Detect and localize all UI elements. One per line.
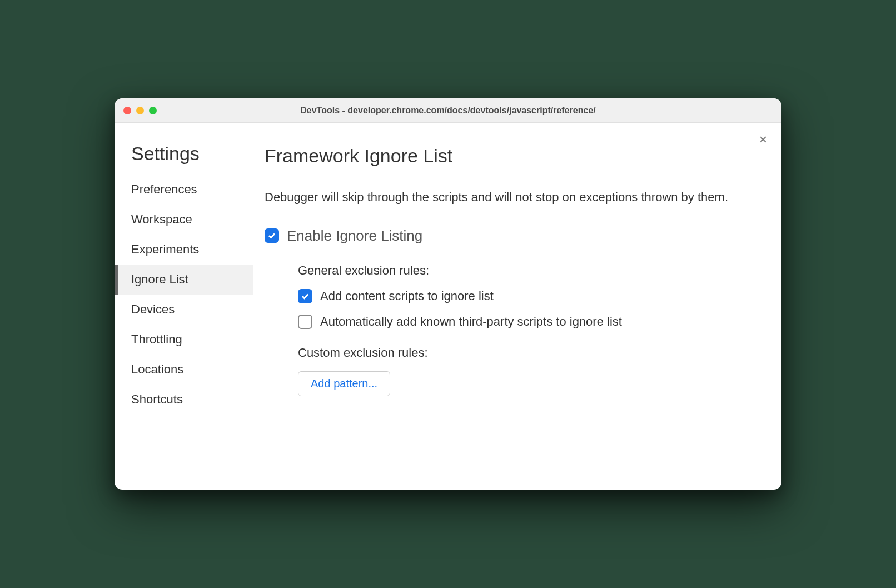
page-description: Debugger will skip through the scripts a… <box>265 188 748 206</box>
sidebar-item-label: Throttling <box>131 332 182 346</box>
content: × Settings Preferences Workspace Experim… <box>115 123 781 490</box>
sidebar-item-label: Shortcuts <box>131 392 183 406</box>
sidebar-item-label: Experiments <box>131 242 199 256</box>
content-scripts-checkbox[interactable] <box>298 289 312 303</box>
window-minimize-button[interactable] <box>136 107 144 114</box>
traffic-lights <box>123 107 157 114</box>
sidebar-item-workspace[interactable]: Workspace <box>115 205 253 235</box>
enable-ignore-listing-row: Enable Ignore Listing <box>265 227 748 245</box>
general-exclusion-section: General exclusion rules: Add content scr… <box>265 263 748 329</box>
sidebar-item-locations[interactable]: Locations <box>115 355 253 385</box>
sidebar-item-label: Devices <box>131 302 175 316</box>
general-rules-heading: General exclusion rules: <box>298 263 748 278</box>
checkmark-icon <box>267 231 276 240</box>
third-party-scripts-label: Automatically add known third-party scri… <box>320 315 622 329</box>
page-title: Framework Ignore List <box>265 145 748 175</box>
settings-sidebar: Settings Preferences Workspace Experimen… <box>115 123 253 490</box>
window-title: DevTools - developer.chrome.com/docs/dev… <box>123 106 773 116</box>
devtools-window: DevTools - developer.chrome.com/docs/dev… <box>115 98 781 490</box>
third-party-scripts-checkbox[interactable] <box>298 315 312 329</box>
enable-ignore-listing-label: Enable Ignore Listing <box>287 227 422 245</box>
third-party-scripts-row: Automatically add known third-party scri… <box>298 315 748 329</box>
sidebar-item-label: Workspace <box>131 212 192 226</box>
checkmark-icon <box>301 292 310 301</box>
close-icon[interactable]: × <box>759 133 767 146</box>
content-scripts-label: Add content scripts to ignore list <box>320 289 494 303</box>
sidebar-item-label: Locations <box>131 362 183 376</box>
sidebar-item-devices[interactable]: Devices <box>115 295 253 325</box>
enable-ignore-listing-checkbox[interactable] <box>265 228 279 243</box>
add-pattern-button[interactable]: Add pattern... <box>298 371 390 396</box>
sidebar-item-ignore-list[interactable]: Ignore List <box>115 265 253 295</box>
sidebar-item-throttling[interactable]: Throttling <box>115 325 253 355</box>
sidebar-item-label: Ignore List <box>131 272 188 286</box>
titlebar: DevTools - developer.chrome.com/docs/dev… <box>115 98 781 123</box>
sidebar-item-shortcuts[interactable]: Shortcuts <box>115 385 253 415</box>
custom-exclusion-section: Custom exclusion rules: Add pattern... <box>265 346 748 396</box>
sidebar-title: Settings <box>115 143 253 175</box>
settings-main: Framework Ignore List Debugger will skip… <box>253 123 781 490</box>
window-close-button[interactable] <box>123 107 131 114</box>
window-maximize-button[interactable] <box>149 107 157 114</box>
sidebar-item-label: Preferences <box>131 182 197 196</box>
sidebar-item-preferences[interactable]: Preferences <box>115 175 253 205</box>
content-scripts-row: Add content scripts to ignore list <box>298 289 748 303</box>
custom-rules-heading: Custom exclusion rules: <box>298 346 748 360</box>
sidebar-item-experiments[interactable]: Experiments <box>115 235 253 265</box>
